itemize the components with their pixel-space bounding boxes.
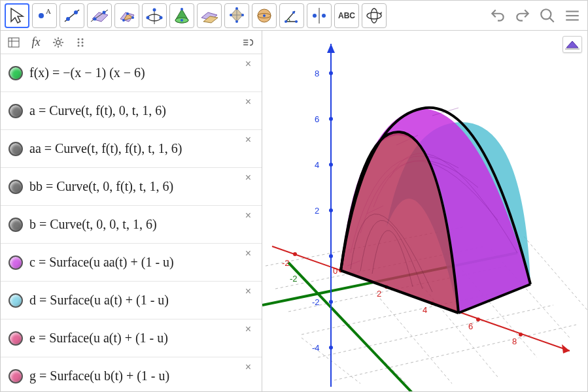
visibility-marble[interactable]	[9, 255, 23, 270]
algebra-row-c[interactable]: c = Surface(u aa(t) + (1 - u) ×	[1, 244, 262, 282]
svg-marker-86	[327, 44, 335, 53]
delete-row-button[interactable]: ×	[245, 96, 251, 108]
svg-point-41	[371, 8, 377, 23]
svg-point-11	[122, 19, 125, 22]
menu-button[interactable]	[561, 5, 583, 27]
svg-point-55	[78, 44, 80, 46]
text-tool-label: ABC	[338, 11, 355, 20]
sort-toggle-button[interactable]	[241, 35, 256, 50]
algebra-row-d[interactable]: d = Surface(u a(t) + (1 - u) ×	[1, 282, 262, 319]
svg-line-67	[334, 325, 576, 380]
svg-marker-78	[562, 344, 570, 353]
x-axis-tick: 4	[423, 305, 427, 315]
svg-point-27	[235, 7, 238, 10]
expression-text: b = Curve(t, 0, 0, t, 1, 6)	[29, 217, 157, 232]
visibility-marble[interactable]	[9, 66, 23, 80]
rotate-view-tool[interactable]	[362, 3, 387, 28]
expression-text: f(x) = −(x − 1) (x − 6)	[29, 65, 145, 80]
expression-text: e = Surface(u a(t) + (1 - u)	[29, 331, 168, 346]
visibility-marble[interactable]	[9, 218, 23, 232]
delete-row-button[interactable]: ×	[245, 361, 251, 373]
delete-row-button[interactable]: ×	[245, 58, 251, 70]
circle-axis-tool[interactable]	[142, 3, 167, 28]
plane-tool[interactable]	[87, 3, 112, 28]
x-axis-tick: 6	[468, 321, 473, 331]
expression-text: aa = Curve(t, f(t), f(t), t, 1, 6)	[29, 141, 182, 156]
svg-point-0	[39, 13, 44, 18]
y-axis-tick: -2	[290, 274, 298, 284]
algebra-row-bb[interactable]: bb = Curve(t, 0, f(t), t, 1, 6) ×	[1, 168, 262, 206]
undo-button[interactable]	[487, 5, 509, 27]
visibility-marble[interactable]	[9, 369, 23, 384]
algebra-panel: fx f(x) = −(x − 1) (x − 6) × a = Cu	[1, 31, 262, 392]
algebra-row-g[interactable]: g = Surface(u b(t) + (1 - u) ×	[1, 357, 262, 392]
svg-point-84	[519, 333, 523, 336]
expression-text: g = Surface(u b(t) + (1 - u)	[29, 368, 169, 384]
svg-point-7	[94, 17, 97, 20]
algebra-row-f[interactable]: f(x) = −(x − 1) (x − 6) ×	[1, 54, 262, 92]
graphics-3d-view[interactable]: 8 6 4 2 -2 -4 2 4 6 8 -2 -2 0	[262, 31, 587, 392]
xy-tick-neg2: -2	[282, 258, 290, 268]
angle-tool[interactable]	[279, 3, 304, 28]
svg-point-88	[329, 117, 333, 121]
svg-point-20	[181, 8, 183, 10]
delete-row-button[interactable]: ×	[245, 323, 251, 335]
svg-point-29	[235, 20, 238, 23]
redo-button[interactable]	[511, 5, 534, 27]
algebra-row-a[interactable]: a = Curve(t, f(t), 0, t, 1, 6) ×	[1, 92, 262, 130]
expression-text: d = Surface(u a(t) + (1 - u)	[29, 293, 169, 308]
visibility-marble[interactable]	[9, 142, 23, 156]
algebra-row-e[interactable]: e = Surface(u a(t) + (1 - u) ×	[1, 319, 262, 357]
delete-row-button[interactable]: ×	[245, 172, 251, 184]
z-axis-tick: -2	[312, 297, 320, 307]
sphere-tool[interactable]	[252, 3, 277, 28]
x-axis-tick: 2	[377, 289, 381, 299]
svg-point-12	[126, 12, 129, 15]
polygon-plane-tool[interactable]	[114, 3, 139, 28]
svg-point-33	[263, 14, 266, 17]
visibility-marble[interactable]	[9, 104, 23, 118]
delete-row-button[interactable]: ×	[245, 286, 251, 297]
delete-row-button[interactable]: ×	[245, 210, 251, 221]
svg-point-16	[153, 8, 156, 11]
visibility-marble[interactable]	[9, 293, 23, 308]
algebra-row-aa[interactable]: aa = Curve(t, f(t), f(t), t, 1, 6) ×	[1, 130, 262, 168]
svg-point-91	[329, 254, 333, 258]
list-mode-button[interactable]	[6, 35, 22, 50]
svg-point-8	[103, 10, 106, 14]
svg-point-38	[313, 14, 317, 18]
svg-point-79	[293, 252, 297, 256]
svg-point-34	[285, 20, 287, 23]
svg-point-92	[329, 300, 333, 304]
search-button[interactable]	[536, 5, 559, 27]
expression-text: a = Curve(t, f(t), 0, t, 1, 6)	[29, 103, 166, 118]
drag-handle[interactable]	[73, 35, 88, 50]
settings-gear-button[interactable]	[50, 35, 66, 50]
svg-point-21	[181, 19, 183, 22]
svg-point-3	[66, 17, 70, 21]
cone-tool[interactable]	[169, 3, 194, 28]
line-tool[interactable]	[60, 3, 84, 28]
svg-point-93	[329, 346, 333, 350]
svg-point-36	[292, 11, 295, 14]
delete-row-button[interactable]: ×	[245, 248, 251, 259]
move-tool[interactable]	[5, 3, 29, 28]
plane-plane-tool[interactable]	[197, 3, 222, 28]
x-axis-tick: 8	[512, 336, 517, 346]
net-tool[interactable]	[224, 3, 249, 28]
reflect-tool[interactable]	[307, 3, 332, 28]
point-tool[interactable]: A	[32, 3, 57, 28]
svg-point-39	[322, 14, 326, 18]
visibility-marble[interactable]	[9, 331, 23, 346]
visibility-marble[interactable]	[9, 180, 23, 194]
text-tool[interactable]: ABC	[334, 3, 359, 28]
svg-point-13	[131, 16, 134, 19]
svg-point-35	[295, 20, 298, 23]
delete-row-button[interactable]: ×	[245, 134, 251, 146]
algebra-row-b[interactable]: b = Curve(t, 0, 0, t, 1, 6) ×	[1, 206, 262, 244]
svg-line-43	[549, 18, 554, 22]
z-axis-tick: 6	[315, 114, 319, 124]
algebra-list[interactable]: f(x) = −(x − 1) (x − 6) × a = Curve(t, f…	[1, 54, 262, 392]
svg-point-17	[147, 16, 150, 19]
fx-input-button[interactable]: fx	[28, 35, 44, 50]
